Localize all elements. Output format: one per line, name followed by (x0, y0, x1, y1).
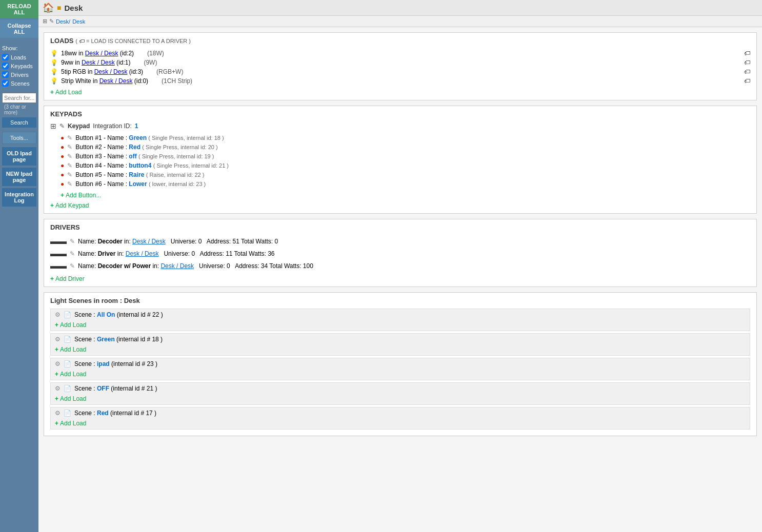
btn-label-2: Button #2 - Name : Red ( Single Press, i… (75, 144, 217, 151)
reload-all-button[interactable]: RELOAD ALL (0, 0, 38, 18)
load-name-1: 18ww in Desk / Desk (id:2) (61, 50, 134, 57)
load-name-2: 9ww in Desk / Desk (id:1) (61, 59, 130, 66)
load-name-4: Strip White in Desk / Desk (id:0) (61, 77, 148, 85)
scene-gear-icon-4: ⚙ (55, 385, 61, 392)
scenes-checkbox[interactable] (2, 80, 9, 87)
driver-row-1: ▬▬ ✎ Name: Decoder in: Desk / Desk Unive… (50, 235, 750, 248)
search-button[interactable]: Search (2, 117, 36, 128)
driver-icon-3: ▬▬ (50, 261, 67, 271)
add-button-link[interactable]: + Add Button... (61, 192, 101, 199)
scene-doc-icon-1: 📄 (64, 311, 71, 318)
driver-link-3[interactable]: Desk / Desk (161, 262, 194, 270)
keypad-grid-icon: ⊞ (50, 122, 56, 130)
keypads-checkbox-label[interactable]: Keypads (2, 62, 36, 70)
loads-checkbox[interactable] (2, 54, 9, 60)
scene-label-5: Scene : Red (internal id # 17 ) (74, 410, 156, 417)
load-tag-icon-1: 🏷 (744, 50, 750, 57)
keypads-title: KEYPADS (50, 110, 750, 118)
load-link-1[interactable]: Desk / Desk (85, 50, 118, 57)
scene-add-load-1[interactable]: + Add Load (55, 321, 86, 329)
loads-tag-note: ( 🏷 = Load is connected to a driver ) (75, 38, 191, 44)
scenes-checkbox-label[interactable]: Scenes (2, 79, 36, 88)
load-tag-icon-3: 🏷 (744, 68, 750, 75)
load-type-1: (18W) (147, 50, 188, 57)
scene-doc-icon-5: 📄 (64, 410, 71, 417)
keypad-edit-icon: ✎ (59, 122, 65, 130)
add-driver-plus-icon: + (50, 275, 54, 282)
load-row-3: 💡 5tip RGB in Desk / Desk (id:3) (RGB+W)… (50, 67, 750, 76)
load-bulb-icon-1: 💡 (50, 50, 58, 57)
button-row-3: ● ✎ Button #3 - Name : off ( Single Pres… (50, 152, 750, 161)
driver-edit-icon-1: ✎ (70, 238, 75, 245)
drivers-checkbox[interactable] (2, 71, 9, 78)
load-type-4: (1CH Strip) (162, 77, 203, 85)
btn-label-6: Button #6 - Name : Lower ( lower, intern… (75, 180, 206, 188)
breadcrumb: ⊞ ✎ Desk/ Desk (38, 16, 762, 27)
driver-info-1: Name: Decoder in: Desk / Desk Universe: … (78, 238, 278, 245)
breadcrumb-link1[interactable]: Desk/ (56, 18, 70, 25)
scene-add-load-3[interactable]: + Add Load (55, 371, 86, 378)
loads-checkbox-label[interactable]: Loads (2, 53, 36, 62)
driver-info-2: Name: Driver in: Desk / Desk Universe: 0… (78, 250, 275, 257)
breadcrumb-icon2: ✎ (49, 18, 54, 25)
breadcrumb-icon1: ⊞ (43, 18, 47, 25)
scene-block-2: ⚙ 📄 Scene : Green (internal id # 18 ) + … (50, 333, 750, 356)
btn-edit-icon-6: ✎ (67, 180, 72, 188)
keypad-title-text: Keypad (68, 122, 90, 130)
scene-add-load-2[interactable]: + Add Load (55, 346, 86, 353)
keypad-header: ⊞ ✎ Keypad Integration ID: 1 (50, 122, 750, 130)
btn-red-icon-3: ● (61, 153, 64, 160)
old-ipad-button[interactable]: OLD Ipad page (2, 147, 37, 166)
load-name-3: 5tip RGB in Desk / Desk (id:3) (61, 68, 143, 75)
integration-log-button[interactable]: Integration Log (2, 188, 37, 207)
scene-doc-icon-3: 📄 (64, 360, 71, 367)
title-icon: 🏠 (43, 2, 54, 13)
page-title: Desk (64, 4, 83, 12)
driver-edit-icon-3: ✎ (70, 262, 75, 270)
scene-doc-icon-2: 📄 (64, 336, 71, 343)
button-row-4: ● ✎ Button #4 - Name : button4 ( Single … (50, 161, 750, 170)
scene-plus-icon-2: + (55, 346, 58, 353)
breadcrumb-link2[interactable]: Desk (72, 18, 85, 25)
driver-link-1[interactable]: Desk / Desk (132, 238, 166, 245)
load-link-3[interactable]: Desk / Desk (94, 68, 128, 75)
scene-label-2: Scene : Green (internal id # 18 ) (74, 336, 163, 343)
keypads-checkbox[interactable] (2, 63, 9, 69)
scene-plus-icon-4: + (55, 395, 58, 402)
load-bulb-icon-3: 💡 (50, 68, 58, 75)
drivers-checkbox-label[interactable]: Drivers (2, 70, 36, 79)
load-link-4[interactable]: Desk / Desk (99, 77, 133, 85)
scene-add-load-5[interactable]: + Add Load (55, 420, 86, 427)
add-keypad-link[interactable]: + Add Keypad (50, 202, 89, 209)
btn-edit-icon-4: ✎ (67, 162, 72, 169)
btn-label-3: Button #3 - Name : off ( Single Press, i… (75, 153, 214, 160)
add-driver-link[interactable]: + Add Driver (50, 275, 85, 282)
scene-block-1: ⚙ 📄 Scene : All On (internal id # 22 ) +… (50, 309, 750, 331)
tools-button[interactable]: Tools... (2, 132, 37, 144)
load-link-2[interactable]: Desk / Desk (82, 59, 115, 66)
loads-title: LOADS ( 🏷 = Load is connected to a drive… (50, 37, 750, 45)
add-load-link[interactable]: + Add Load (50, 89, 82, 96)
load-row-2: 💡 9ww in Desk / Desk (id:1) (9W) 🏷 (50, 58, 750, 67)
scene-block-5: ⚙ 📄 Scene : Red (internal id # 17 ) + Ad… (50, 407, 750, 429)
btn-red-icon-5: ● (61, 171, 64, 178)
driver-link-2[interactable]: Desk / Desk (126, 250, 159, 257)
button-row-5: ● ✎ Button #5 - Name : Raire ( Raise, in… (50, 170, 750, 179)
collapse-all-button[interactable]: Collapse ALL (0, 19, 38, 38)
scene-gear-icon-5: ⚙ (55, 410, 61, 417)
load-bulb-icon-2: 💡 (50, 59, 58, 66)
drivers-title: DRIVERS (50, 223, 750, 231)
search-input[interactable] (2, 93, 36, 103)
sidebar: RELOAD ALL Collapse ALL Show: Loads Keyp… (0, 0, 38, 532)
content-area: LOADS ( 🏷 = Load is connected to a drive… (38, 27, 762, 532)
btn-edit-icon-2: ✎ (67, 144, 72, 151)
add-keypad-plus-icon: + (50, 202, 54, 209)
new-ipad-button[interactable]: NEW Ipad page (2, 168, 37, 186)
load-tag-icon-4: 🏷 (744, 77, 750, 85)
scene-add-load-4[interactable]: + Add Load (55, 395, 86, 402)
scene-row-5: ⚙ 📄 Scene : Red (internal id # 17 ) (55, 410, 746, 417)
btn-red-icon-2: ● (61, 144, 64, 151)
button-row-2: ● ✎ Button #2 - Name : Red ( Single Pres… (50, 142, 750, 152)
load-type-3: (RGB+W) (156, 68, 197, 75)
scene-label-4: Scene : OFF (internal id # 21 ) (74, 385, 157, 392)
